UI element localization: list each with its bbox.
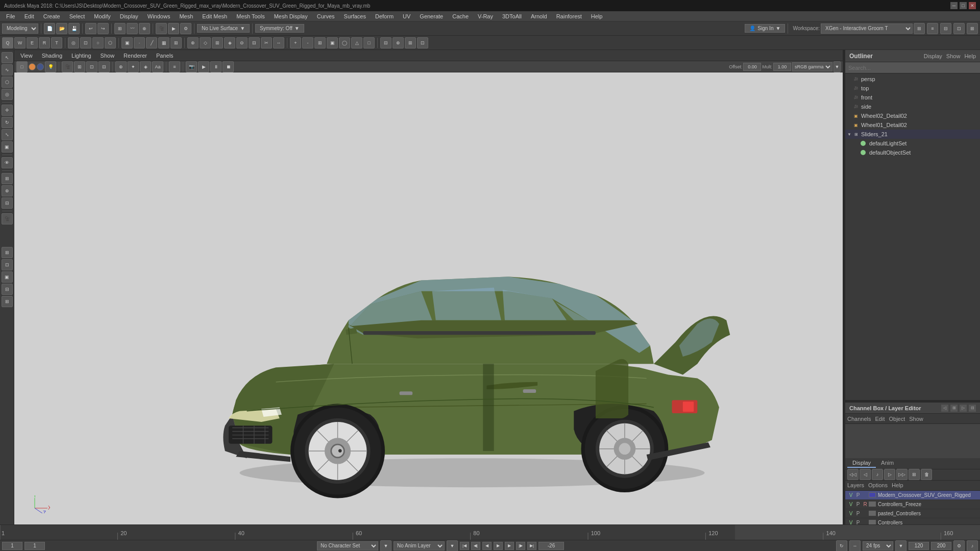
modeling-dropdown[interactable]: Modeling xyxy=(2,23,38,34)
go-to-start-btn[interactable]: |◀ xyxy=(460,542,469,550)
snap-edge-side[interactable]: ⊟ xyxy=(2,197,13,209)
snap-curve-btn[interactable]: 〰 xyxy=(127,23,138,34)
lasso-tool-side[interactable]: ∿ xyxy=(2,64,13,76)
uv-mode-btn[interactable]: ⊞ xyxy=(170,37,182,48)
viewport-menu-renderer[interactable]: Renderer xyxy=(119,52,151,60)
prev-frame-btn[interactable]: ◀ xyxy=(482,542,492,550)
new-btn[interactable]: 📄 xyxy=(44,23,55,34)
sculpt-tool-side[interactable]: ◎ xyxy=(2,89,13,100)
cb-menu-channels[interactable]: Channels xyxy=(847,416,871,422)
top-icon-2[interactable]: ≡ xyxy=(927,23,938,34)
le-sound-btn[interactable]: ♪ xyxy=(872,469,883,480)
face-mode-btn[interactable]: ▦ xyxy=(158,37,169,48)
outliner-item-top[interactable]: 🎥 top xyxy=(845,84,980,93)
edge-mode-btn[interactable]: ╱ xyxy=(146,37,157,48)
no-live-surface-btn[interactable]: No Live Surface ▼ xyxy=(197,24,250,33)
open-btn[interactable]: 📂 xyxy=(56,23,67,34)
mult-input[interactable] xyxy=(773,63,791,71)
vp-gate-btn[interactable]: ⊞ xyxy=(74,61,85,72)
le-menu-layers[interactable]: Layers xyxy=(847,482,864,488)
fill-btn[interactable]: ▣ xyxy=(327,37,338,48)
layer-row-freeze[interactable]: V P R Controllers_Freeze xyxy=(845,500,980,509)
vp-shading-btn[interactable]: ◈ xyxy=(140,61,151,72)
anim-end-input[interactable] xyxy=(931,542,951,550)
layout-1[interactable]: ⊞ xyxy=(2,247,13,258)
le-delete-btn[interactable]: 🗑 xyxy=(921,469,932,480)
paint-tool-side[interactable]: ⬡ xyxy=(2,77,13,88)
playback-end-input[interactable] xyxy=(909,542,929,550)
cb-btn-2[interactable]: ⊞ xyxy=(950,405,958,412)
menu-curves[interactable]: Curves xyxy=(313,12,339,20)
triangulate-btn[interactable]: △ xyxy=(351,37,362,48)
maximize-button[interactable]: □ xyxy=(960,2,967,9)
outliner-menu-help[interactable]: Help xyxy=(964,53,976,59)
le-prev2-btn[interactable]: ◁ xyxy=(860,469,871,480)
le-menu-options[interactable]: Options xyxy=(868,482,888,488)
menu-modify[interactable]: Modify xyxy=(90,12,114,20)
bevel-btn[interactable]: ◇ xyxy=(200,37,211,48)
symmetry-btn[interactable]: Symmetry: Off ▼ xyxy=(255,24,304,33)
outliner-item-wheel01[interactable]: ▣ Wheel01_Detail02 xyxy=(845,120,980,130)
go-to-end-btn[interactable]: ▶| xyxy=(527,542,536,550)
select-tool-side[interactable]: ↖ xyxy=(2,52,13,63)
sym-btn[interactable]: ⊡ xyxy=(80,37,91,48)
sign-in-button[interactable]: 👤 Sign In ▼ xyxy=(745,24,785,33)
outliner-item-wheel02[interactable]: ▣ Wheel02_Detail02 xyxy=(845,111,980,120)
vp-safe-btn[interactable]: ⊟ xyxy=(99,61,110,72)
menu-create[interactable]: Create xyxy=(39,12,64,20)
layer-row-ctrl[interactable]: V P Controllers xyxy=(845,518,980,525)
smooth-btn[interactable]: ◯ xyxy=(339,37,350,48)
extrude-btn[interactable]: ⊕ xyxy=(187,37,199,48)
outliner-item-lightset[interactable]: defaultLightSet xyxy=(845,139,980,148)
cut-btn[interactable]: ✂ xyxy=(261,37,272,48)
vp-xray-btn[interactable]: ✦ xyxy=(128,61,139,72)
viewport-menu-lighting[interactable]: Lighting xyxy=(67,52,95,60)
viewport-menu-view[interactable]: View xyxy=(16,52,37,60)
menu-3dtoall[interactable]: 3DToAll xyxy=(498,12,526,20)
cb-menu-edit[interactable]: Edit xyxy=(875,416,885,422)
layout-3[interactable]: ▣ xyxy=(2,271,13,283)
snap-point-btn[interactable]: ⊕ xyxy=(139,23,150,34)
gamma-arrow[interactable]: ▼ xyxy=(834,61,841,72)
tab-anim[interactable]: Anim xyxy=(876,459,899,468)
viewport-canvas[interactable]: ● xyxy=(14,72,843,524)
merge-btn[interactable]: ◈ xyxy=(224,37,235,48)
menu-rainforest[interactable]: Rainforest xyxy=(552,12,586,20)
loop-btn[interactable]: ↻ xyxy=(836,540,847,552)
top-icon-3[interactable]: ⊟ xyxy=(940,23,951,34)
connect-btn[interactable]: ⊖ xyxy=(236,37,248,48)
anim-layer-select[interactable]: No Anim Layer xyxy=(394,541,445,550)
menu-edit-mesh[interactable]: Edit Mesh xyxy=(198,12,231,20)
mirror-btn[interactable]: ⊟ xyxy=(380,37,391,48)
lasso-btn[interactable]: ○ xyxy=(92,37,104,48)
rotate-tool-side[interactable]: ↻ xyxy=(2,117,13,128)
le-prev-btn[interactable]: ◁◁ xyxy=(847,469,859,480)
fps-select[interactable]: 24 fps xyxy=(863,541,893,550)
cb-btn-4[interactable]: ⊟ xyxy=(969,405,976,412)
character-set-select[interactable]: No Character Set xyxy=(317,541,378,550)
vp-light-btn[interactable]: 💡 xyxy=(45,61,56,72)
rotate-tool[interactable]: E xyxy=(27,37,38,48)
outliner-menu-display[interactable]: Display xyxy=(924,53,942,59)
prev-key-btn[interactable]: ◀| xyxy=(471,542,480,550)
add-btn[interactable]: + xyxy=(290,37,301,48)
menu-deform[interactable]: Deform xyxy=(371,12,398,20)
menu-file[interactable]: File xyxy=(2,12,19,20)
vp-aa-btn[interactable]: Aa xyxy=(152,61,163,72)
combine-btn[interactable]: ⊞ xyxy=(405,37,416,48)
camera-btn[interactable]: 🎥 xyxy=(156,23,167,34)
anim-layer-arrow[interactable]: ▼ xyxy=(447,540,458,552)
vp-hud-btn[interactable]: ≡ xyxy=(169,61,180,72)
insert-btn[interactable]: ⊟ xyxy=(249,37,260,48)
vp-isolate-btn[interactable]: ⊕ xyxy=(115,61,127,72)
undo-btn[interactable]: ↩ xyxy=(85,23,96,34)
next-frame-btn[interactable]: ▶ xyxy=(505,542,514,550)
bounce-btn[interactable]: ↔ xyxy=(849,540,861,552)
show-hide-side[interactable]: 👁 xyxy=(2,157,13,168)
paint-sel-btn[interactable]: ⬡ xyxy=(105,37,116,48)
menu-vray[interactable]: V-Ray xyxy=(474,12,497,20)
top-icon-5[interactable]: ⊞ xyxy=(967,23,978,34)
select-tool[interactable]: Q xyxy=(2,37,13,48)
outliner-item-sliders[interactable]: ▼ ⊞ Sliders_21 xyxy=(845,130,980,139)
save-btn[interactable]: 💾 xyxy=(68,23,80,34)
